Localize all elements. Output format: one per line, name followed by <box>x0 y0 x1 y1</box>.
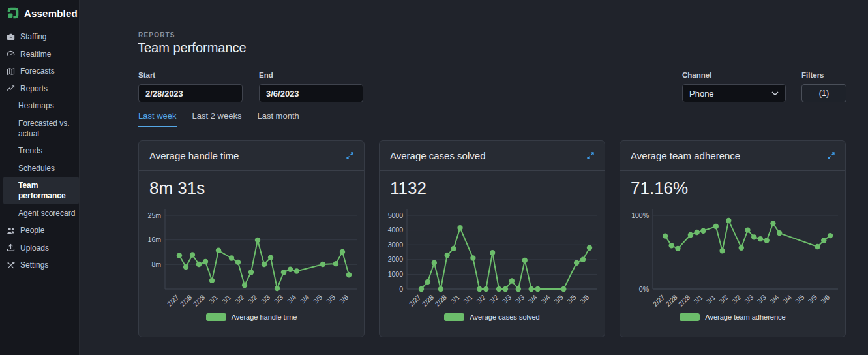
svg-text:3/2: 3/2 <box>717 293 730 305</box>
sidebar-item-label: Reports <box>20 84 48 94</box>
svg-text:8m: 8m <box>151 260 161 268</box>
svg-text:25m: 25m <box>148 211 162 219</box>
chart-legend: Average team adherence <box>620 313 845 321</box>
sidebar-item-reports[interactable]: Reports <box>0 80 79 97</box>
realtime-icon <box>7 50 15 58</box>
sidebar-item-agent-scorecard[interactable]: Agent scorecard <box>3 205 79 222</box>
svg-text:16m: 16m <box>148 236 162 243</box>
date-range-tabs: Last week Last 2 weeks Last month <box>138 111 868 127</box>
sidebar-item-forecasts[interactable]: Forecasts <box>0 63 79 80</box>
svg-text:3/5: 3/5 <box>806 293 818 305</box>
tab-last-month[interactable]: Last month <box>257 111 299 127</box>
svg-text:3/4: 3/4 <box>299 293 311 305</box>
svg-text:3/4: 3/4 <box>526 293 539 305</box>
tab-last-2-weeks[interactable]: Last 2 weeks <box>192 111 242 127</box>
legend-swatch <box>206 313 226 321</box>
breadcrumb: REPORTS <box>138 31 868 39</box>
svg-text:3/5: 3/5 <box>312 293 324 305</box>
channel-field: Channel Phone <box>682 71 786 102</box>
svg-text:2/28: 2/28 <box>420 293 435 308</box>
filters-button[interactable]: (1) <box>801 84 846 102</box>
svg-text:0: 0 <box>399 285 403 293</box>
start-date-field: Start 2/28/2023 <box>138 71 243 102</box>
sidebar-item-label: Staffing <box>20 31 46 42</box>
svg-text:3/2: 3/2 <box>475 293 487 305</box>
channel-select[interactable]: Phone <box>682 84 786 102</box>
main-content: REPORTS Team performance Start 2/28/2023… <box>80 0 868 355</box>
svg-text:3/4: 3/4 <box>781 293 793 305</box>
chevron-down-icon <box>771 91 779 96</box>
reports-icon <box>7 84 15 93</box>
chart-legend: Average cases solved <box>380 313 605 321</box>
svg-text:3/6: 3/6 <box>578 293 591 305</box>
svg-text:3/4: 3/4 <box>768 293 781 305</box>
svg-text:3000: 3000 <box>388 241 404 249</box>
end-date-field: End 3/6/2023 <box>259 71 363 102</box>
sidebar-item-heatmaps[interactable]: Heatmaps <box>3 97 79 114</box>
summary-value: 71.16% <box>631 178 845 198</box>
svg-text:3/1: 3/1 <box>207 293 220 305</box>
svg-text:4000: 4000 <box>388 226 404 234</box>
tab-last-week[interactable]: Last week <box>138 111 177 127</box>
svg-text:3/5: 3/5 <box>552 293 565 305</box>
end-date-value: 3/6/2023 <box>266 89 299 99</box>
svg-text:3/3: 3/3 <box>273 293 285 305</box>
start-date-value: 2/28/2023 <box>145 89 183 99</box>
sidebar-item-settings[interactable]: Settings <box>0 256 79 273</box>
sidebar-item-trends[interactable]: Trends <box>3 142 79 159</box>
legend-swatch <box>444 313 464 321</box>
sidebar: Assembled Staffing Realtime Forecasts Re… <box>0 0 80 355</box>
svg-text:3/5: 3/5 <box>794 293 806 305</box>
sidebar-item-forecasted-vs-actual[interactable]: Forecasted vs. actual <box>3 115 79 142</box>
summary-value: 1132 <box>390 178 605 198</box>
start-date-input[interactable]: 2/28/2023 <box>138 84 243 102</box>
card-average-cases-solved: Average cases solved 1132 01000200030004… <box>379 140 605 337</box>
svg-text:2/28: 2/28 <box>676 293 691 308</box>
svg-text:2/27: 2/27 <box>651 293 666 308</box>
end-date-input[interactable]: 3/6/2023 <box>259 84 363 102</box>
svg-text:3/5: 3/5 <box>565 293 578 305</box>
filter-controls: Start 2/28/2023 End 3/6/2023 Channel Pho… <box>138 71 846 100</box>
chart-legend: Average handle time <box>139 313 364 321</box>
svg-text:2/28: 2/28 <box>664 293 679 308</box>
sidebar-item-team-performance[interactable]: Team performance <box>3 177 79 204</box>
expand-icon[interactable] <box>586 151 595 160</box>
filters-field: Filters (1) <box>801 71 846 102</box>
sidebar-item-staffing[interactable]: Staffing <box>0 28 79 45</box>
sidebar-item-label: Uploads <box>20 243 49 253</box>
card-title: Average handle time <box>149 150 239 161</box>
card-header: Average team adherence <box>620 141 845 171</box>
svg-text:3/1: 3/1 <box>449 293 461 305</box>
svg-text:3/2: 3/2 <box>730 293 742 305</box>
channel-value: Phone <box>689 89 714 99</box>
legend-label: Average handle time <box>232 313 297 321</box>
staffing-icon <box>7 33 15 41</box>
sidebar-item-label: Realtime <box>20 49 51 59</box>
card-average-team-adherence: Average team adherence 71.16% 0%100%2/27… <box>620 140 846 337</box>
start-date-label: Start <box>138 71 243 79</box>
svg-text:3/2: 3/2 <box>247 293 259 305</box>
svg-text:100%: 100% <box>631 211 649 219</box>
card-header: Average handle time <box>139 141 364 171</box>
svg-text:3/3: 3/3 <box>260 293 272 305</box>
legend-label: Average cases solved <box>470 313 539 321</box>
sidebar-item-people[interactable]: People <box>0 222 79 239</box>
chart-cards: Average handle time 8m 31s 8m16m25m2/272… <box>138 140 868 337</box>
expand-icon[interactable] <box>346 151 354 160</box>
expand-icon[interactable] <box>827 151 835 160</box>
forecasts-icon <box>7 67 15 76</box>
card-title: Average cases solved <box>390 150 485 161</box>
handle-time-chart: 8m16m25m2/272/282/283/13/13/23/23/33/33/… <box>139 200 364 313</box>
team-adherence-chart: 0%100%2/272/282/283/13/13/23/23/33/33/43… <box>620 200 845 313</box>
svg-text:5000: 5000 <box>388 211 404 219</box>
sidebar-item-schedules[interactable]: Schedules <box>3 160 79 177</box>
sidebar-nav: Staffing Realtime Forecasts Reports Heat… <box>0 28 79 273</box>
card-average-handle-time: Average handle time 8m 31s 8m16m25m2/272… <box>138 140 365 337</box>
sidebar-item-uploads[interactable]: Uploads <box>0 239 79 256</box>
svg-text:3/4: 3/4 <box>286 293 298 305</box>
svg-text:3/3: 3/3 <box>743 293 755 305</box>
svg-text:2/28: 2/28 <box>433 293 448 308</box>
brand[interactable]: Assembled <box>0 0 79 27</box>
svg-text:2/27: 2/27 <box>165 293 180 308</box>
sidebar-item-realtime[interactable]: Realtime <box>0 46 79 63</box>
